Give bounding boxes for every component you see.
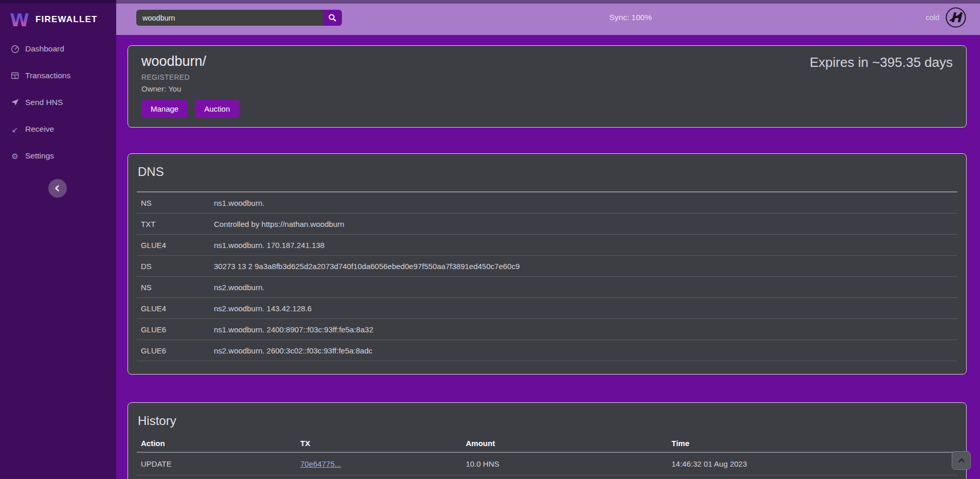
sidebar-item-dashboard[interactable]: Dashboard [0,36,116,62]
dns-record-value: ns2.woodburn. 143.42.128.6 [214,304,957,313]
dns-record-type: DS [137,262,214,271]
search-input[interactable] [136,10,323,26]
topbar: Sync: 100% cold H [116,0,980,35]
speedometer-icon [10,44,20,54]
dns-title: DNS [138,165,957,179]
sidebar: W FIREWALLET Dashboard Transactions [0,0,116,479]
dns-record-row: GLUE6 ns1.woodburn. 2400:8907::f03c:93ff… [137,319,957,340]
history-header-action: Action [137,439,300,448]
sidebar-item-label: Receive [25,125,54,134]
search-bar [136,10,342,26]
dns-record-value: ns1.woodburn. [214,199,957,207]
history-title: History [138,414,957,428]
dns-record-type: GLUE4 [137,241,214,250]
domain-owner: Owner: You [141,84,953,93]
dns-record-row: GLUE6 ns2.woodburn. 2600:3c02::f03c:93ff… [137,340,957,361]
history-header-row: Action TX Amount Time [137,434,957,453]
dns-table: NS ns1.woodburn. TXT Controlled by https… [137,191,957,361]
dns-record-row: TXT Controlled by https://nathan.woodbur… [137,214,957,235]
sidebar-item-receive[interactable]: ↙ Receive [0,116,116,143]
history-action: UPDATE [137,459,300,468]
firewallet-logo-icon: W [10,9,29,30]
sidebar-item-label: Dashboard [25,44,64,54]
sidebar-nav: Dashboard Transactions Send HNS ↙ Rece [0,36,116,169]
dns-card: DNS NS ns1.woodburn. TXT Controlled by h… [128,153,967,375]
history-time: 14:46:32 01 Aug 2023 [672,459,957,468]
svg-text:W: W [10,10,29,30]
table-row: UPDATE 70e64775... 10.0 HNS 14:46:32 01 … [137,453,957,475]
dns-record-value: ns1.woodburn. 2400:8907::f03c:93ff:fe5a:… [214,325,957,334]
history-amount: 10.0 HNS [466,459,672,468]
dns-record-value: ns2.woodburn. [214,283,957,292]
sync-status: Sync: 100% [609,0,652,35]
sidebar-item-settings[interactable]: ⚙ Settings [0,143,116,169]
dns-record-row: DS 30273 13 2 9a3a8fb3d625d2a2073d740f10… [137,256,957,277]
scroll-to-top-button[interactable] [952,451,971,470]
dns-record-type: TXT [137,220,214,228]
dns-record-row: GLUE4 ns2.woodburn. 143.42.128.6 [137,298,957,319]
sidebar-collapse-button[interactable] [48,179,67,198]
dns-record-value: ns2.woodburn. 2600:3c02::f03c:93ff:fe5a:… [214,346,957,355]
table-icon [10,71,20,80]
table-row: RENEW d73c5e4... 10.0 HNS 15:45:00 07 Fe… [137,475,957,479]
dns-record-row: NS ns1.woodburn. [137,192,957,214]
brand[interactable]: W FIREWALLET [0,0,116,33]
dns-record-value: 30273 13 2 9a3a8fb3d625d2a2073d740f10da6… [214,262,957,271]
sidebar-item-transactions[interactable]: Transactions [0,62,116,89]
wallet-info: cold H [925,0,967,35]
handshake-logo-icon[interactable]: H [945,7,967,28]
history-table: Action TX Amount Time UPDATE 70e64775...… [137,434,957,479]
receive-arrow-icon: ↙ [10,125,20,134]
chevron-left-icon [53,184,62,193]
expires-label: Expires in ~395.35 days [810,55,953,70]
domain-card: woodburn/ REGISTERED Owner: You Manage A… [128,45,967,128]
history-header-amount: Amount [466,439,672,448]
dns-record-row: NS ns2.woodburn. [137,277,957,298]
dns-record-row: GLUE4 ns1.woodburn. 170.187.241.138 [137,235,957,256]
history-header-time: Time [672,439,957,448]
wallet-name: cold [925,13,939,22]
dns-record-value: Controlled by https://nathan.woodburn [214,220,957,228]
chevron-up-icon [957,456,966,465]
dns-record-type: NS [137,199,214,207]
manage-button[interactable]: Manage [141,100,188,118]
history-header-tx: TX [300,439,466,448]
domain-status: REGISTERED [141,73,953,81]
dns-record-type: NS [137,283,214,292]
sidebar-item-label: Transactions [25,71,70,80]
search-button[interactable] [323,10,342,26]
tx-link[interactable]: 70e64775... [300,459,341,468]
dns-record-type: GLUE6 [137,346,214,355]
auction-button[interactable]: Auction [195,100,239,118]
gear-icon: ⚙ [10,151,20,161]
sidebar-item-label: Send HNS [25,98,63,107]
brand-name: FIREWALLET [35,14,98,25]
domain-actions: Manage Auction [141,100,953,118]
dns-record-value: ns1.woodburn. 170.187.241.138 [214,241,957,250]
sidebar-item-send-hns[interactable]: Send HNS [0,89,116,116]
dns-record-type: GLUE4 [137,304,214,313]
search-icon [328,13,337,22]
send-icon [10,98,20,107]
sidebar-item-label: Settings [25,151,54,161]
history-card: History Action TX Amount Time UPDATE 70e… [128,402,967,479]
dns-record-type: GLUE6 [137,325,214,334]
